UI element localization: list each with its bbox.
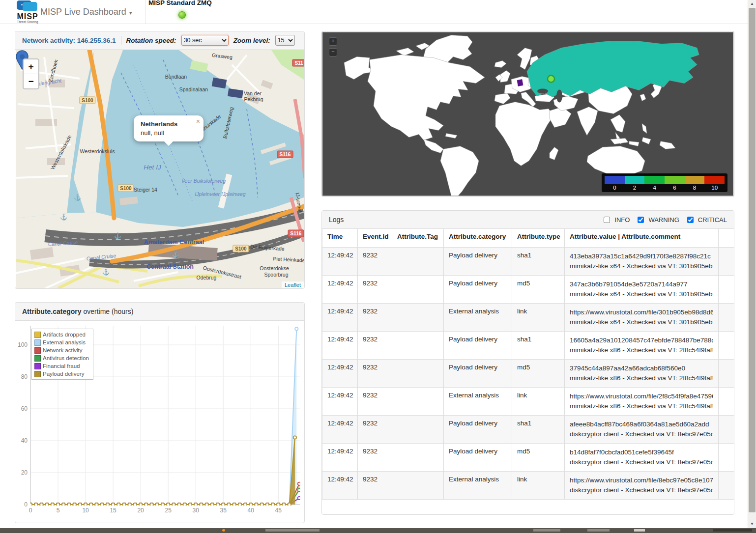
- legend-color-cell: [625, 176, 645, 184]
- world-map[interactable]: + − 0246810: [322, 32, 733, 196]
- log-tag: [392, 416, 444, 444]
- svg-text:15: 15: [110, 507, 116, 514]
- log-row[interactable]: 12:49:429232Payload deliverysha1afeee8b4…: [322, 416, 734, 444]
- log-time: 12:49:42: [322, 276, 358, 304]
- scroll-up-arrow[interactable]: ▲: [748, 0, 756, 8]
- chart-legend-item: Antivirus detection: [34, 354, 89, 362]
- log-value-comment: https://www.virustotal.com/file/301b905e…: [565, 304, 719, 332]
- legend-swatch: [34, 371, 41, 377]
- log-time: 12:49:42: [322, 360, 358, 388]
- log-time: 12:49:42: [322, 416, 358, 444]
- log-value-comment: 37945c44a897aa42a66adcab68f560e0mimikatz…: [565, 360, 719, 388]
- logs-panel-header: Logs INFO WARNING CRITICAL: [322, 211, 734, 229]
- log-event-id: 9232: [358, 416, 392, 444]
- network-activity-title[interactable]: Network activity: 146.255.36.1: [22, 31, 116, 50]
- log-type: link: [512, 388, 565, 416]
- log-row[interactable]: 12:49:429232Payload deliverymd5b14d8faf7…: [322, 444, 734, 472]
- log-row[interactable]: 12:49:429232Payload deliverymd5347ac3b6b…: [322, 276, 734, 304]
- svg-text:60: 60: [21, 405, 28, 412]
- log-value-comment: https://www.virustotal.com/file/8ebc97e0…: [565, 472, 719, 500]
- legend-label: Payload delivery: [43, 371, 84, 377]
- map-zoom-control: + −: [23, 58, 39, 89]
- col-event-id: Event.id: [358, 229, 392, 248]
- log-event-id: 9232: [358, 388, 392, 416]
- log-row[interactable]: 12:49:429232External analysislinkhttps:/…: [322, 304, 734, 332]
- zoom-level-select[interactable]: 15: [275, 35, 295, 46]
- legend-color-cell: [644, 176, 665, 184]
- chart-legend: Artifacts droppedExternal analysisNetwor…: [31, 329, 93, 380]
- app-title-dropdown[interactable]: MISP Live Dashboard▾: [40, 0, 132, 24]
- critical-label: CRITICAL: [698, 211, 727, 229]
- taskbar-item: [533, 529, 560, 532]
- log-value-comment: 347ac3b6b791054de3e5720a7144a977mimikatz…: [565, 276, 719, 304]
- log-type: md5: [512, 276, 565, 304]
- attribute-category-chart-panel: Attribute.category overtime (hours) Arti…: [15, 302, 305, 523]
- log-row[interactable]: 12:49:429232Payload deliverysha1413eba39…: [322, 248, 734, 276]
- map-zoom-out-button[interactable]: −: [24, 74, 38, 88]
- legend-color-cell: [704, 176, 725, 184]
- log-type: sha1: [512, 248, 565, 276]
- legend-color-cell: [605, 176, 625, 184]
- page-scrollbar[interactable]: ▲ ▼: [748, 0, 756, 528]
- log-time: 12:49:42: [322, 444, 358, 472]
- logs-header-row: Time Event.id Attribute.Tag Attribute.ca…: [322, 229, 734, 248]
- misp-logo[interactable]: ••• MISP Threat Sharing: [12, 0, 43, 24]
- logo-title: MISP: [12, 13, 43, 20]
- legend-label: External analysis: [43, 339, 86, 345]
- legend-label: Artifacts dropped: [43, 332, 86, 337]
- chart-legend-item: Network activity: [34, 346, 89, 354]
- svg-text:40: 40: [21, 437, 28, 444]
- log-empty-cell: [719, 472, 734, 500]
- logo-subtitle: Threat Sharing: [12, 20, 43, 24]
- svg-text:40: 40: [248, 507, 255, 514]
- legend-tick: 10: [704, 184, 725, 191]
- log-row[interactable]: 12:49:429232External analysislinkhttps:/…: [322, 472, 734, 500]
- info-checkbox[interactable]: [604, 217, 610, 223]
- black-sea: [537, 89, 548, 94]
- svg-text:0: 0: [29, 507, 32, 514]
- log-type: md5: [512, 360, 565, 388]
- log-value-comment: afeee8b4acff87bc469a6f0364a81ae5d60a2add…: [565, 416, 719, 444]
- log-row[interactable]: 12:49:429232Payload deliverymd537945c44a…: [322, 360, 734, 388]
- log-time: 12:49:42: [322, 472, 358, 500]
- chart-legend-item: Payload delivery: [34, 370, 89, 378]
- logs-panel: Logs INFO WARNING CRITICAL Time Event.id…: [321, 210, 734, 515]
- worldmap-zoom-out-button[interactable]: −: [329, 48, 337, 56]
- close-icon[interactable]: ×: [196, 117, 200, 125]
- log-category: External analysis: [444, 388, 512, 416]
- map-zoom-in-button[interactable]: +: [24, 59, 38, 74]
- critical-checkbox[interactable]: [687, 217, 694, 223]
- svg-text:0: 0: [24, 501, 28, 508]
- worldmap-zoom-in-button[interactable]: +: [329, 37, 337, 46]
- warning-label: WARNING: [648, 211, 679, 229]
- log-row[interactable]: 12:49:429232Payload deliverysha116605a4a…: [322, 332, 734, 360]
- svg-text:45: 45: [275, 507, 282, 514]
- svg-text:10: 10: [82, 507, 89, 514]
- svg-text:25: 25: [165, 507, 172, 514]
- log-type: link: [512, 472, 565, 500]
- legend-swatch: [34, 355, 41, 362]
- taskbar-item: [265, 529, 320, 532]
- worldmap-color-legend: 0246810: [602, 173, 727, 192]
- svg-text:⚓: ⚓: [114, 232, 121, 239]
- log-event-id: 9232: [358, 472, 392, 500]
- header-divider: [121, 36, 121, 45]
- network-panel-header: Network activity: 146.255.36.1 Rotation …: [15, 31, 304, 50]
- leaflet-map[interactable]: ⚓⚓ ⚓⚓⚓ RealengrachtZandhoekS100GraswegBu…: [16, 50, 304, 288]
- log-row[interactable]: 12:49:429232External analysislinkhttps:/…: [322, 388, 734, 416]
- col-attribute-type: Attribute.type: [512, 229, 565, 248]
- scroll-down-arrow[interactable]: ▼: [748, 520, 756, 528]
- warning-checkbox[interactable]: [638, 217, 644, 223]
- log-event-id: 9232: [358, 304, 392, 332]
- log-type: link: [512, 304, 565, 332]
- chevron-down-icon: ▾: [129, 9, 132, 16]
- log-category: Payload delivery: [444, 360, 512, 388]
- rotation-speed-select[interactable]: 30 sec: [181, 35, 229, 46]
- taskbar-indicator: [222, 529, 225, 532]
- legend-color-cell: [665, 176, 685, 184]
- navbar: ••• MISP Threat Sharing MISP Live Dashbo…: [0, 0, 756, 24]
- svg-text:⚓: ⚓: [60, 213, 67, 221]
- log-event-id: 9232: [358, 444, 392, 472]
- leaflet-attribution[interactable]: Leaflet: [282, 281, 304, 288]
- scrollbar-thumb[interactable]: [749, 8, 756, 512]
